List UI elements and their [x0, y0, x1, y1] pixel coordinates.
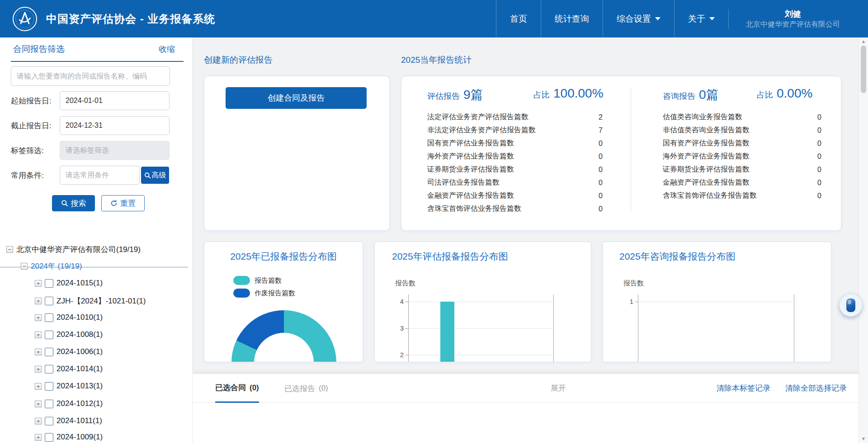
contract-checkbox[interactable] [45, 279, 53, 288]
tree-node-contract[interactable]: + 2024-1006(1) [35, 347, 103, 356]
contract-checkbox[interactable] [45, 331, 53, 339]
contract-checkbox[interactable] [45, 382, 53, 391]
cas-logo-icon [12, 6, 38, 32]
tree-node-contract[interactable]: + 2024-1015(1) [35, 279, 103, 288]
tab-selected-contracts[interactable]: 已选合同(0) [215, 374, 259, 403]
scroll-up-icon[interactable]: ▲ [859, 39, 868, 44]
contract-checkbox[interactable] [45, 297, 53, 305]
chevron-down-icon [655, 17, 660, 20]
end-date-input[interactable] [60, 116, 170, 135]
gridline [409, 328, 553, 329]
nav-item-home[interactable]: 首页 [496, 0, 541, 37]
main-content: 创建新的评估报告 2025当年报告统计 创建合同及报告 评估报告 9篇 占比 1… [193, 37, 859, 443]
collapse-link[interactable]: 收缩 [159, 44, 175, 55]
consulting-report-header: 咨询报告 0篇 [663, 86, 719, 103]
filter-title: 合同报告筛选 [13, 43, 65, 55]
tree-node-contract[interactable]: + 2024-1010(1) [35, 313, 103, 322]
tab-selected-reports[interactable]: 已选报告(0) [284, 374, 328, 403]
tree-node-company[interactable]: − 北京中健华资产评估有限公司(19/19) [6, 244, 141, 255]
appraisal-ratio: 占比 100.00% [533, 86, 604, 101]
tick-label: 3 [394, 324, 404, 333]
tick-mark [405, 302, 408, 302]
tag-filter-input [60, 141, 170, 160]
legend-swatch-blue [233, 289, 250, 298]
tree-node-contract[interactable]: + 2024-1014(1) [35, 364, 103, 373]
expand-node-icon[interactable]: + [35, 314, 42, 321]
main-nav: 首页 统计查询 综合设置 关于 [496, 0, 728, 37]
gridline [409, 302, 553, 302]
contract-checkbox[interactable] [45, 433, 53, 442]
scrollbar-thumb[interactable] [861, 46, 866, 93]
common-condition-label: 常用条件: [11, 170, 44, 181]
filter-sidebar: 合同报告筛选 收缩 起始报告日: 截止报告日: 标签筛选: 常用条件: 高级 搜… [0, 37, 193, 443]
user-name: 刘健 [785, 9, 801, 19]
expand-node-icon[interactable]: + [35, 418, 42, 424]
tree-node-contract[interactable]: + 2024-1013(1) [35, 382, 103, 391]
title-underline [11, 61, 184, 62]
stat-row: 含珠宝首饰评估业务报告篇数0 [663, 189, 821, 202]
expand-node-icon[interactable]: + [35, 298, 42, 304]
stat-row: 海外资产评估业务报告篇数0 [663, 150, 821, 163]
appraisal-distribution-chart-card: 2025年评估报备报告分布图 报告数 4 3 2 [374, 242, 591, 362]
chart-title: 2025年咨询报备报告分布图 [619, 250, 736, 263]
expand-node-icon[interactable]: + [35, 401, 42, 407]
chart-title: 2025年已报备报告分布图 [204, 250, 363, 263]
float-widget-icon [846, 298, 855, 312]
search-button[interactable]: 搜索 [52, 195, 95, 211]
tree-node-contract[interactable]: + 2024-1011(1) [35, 416, 102, 425]
common-condition-input[interactable] [60, 166, 140, 185]
stat-row: 证券期货业务评估报告篇数0 [663, 163, 821, 176]
donut-hole [254, 333, 314, 362]
search-icon [144, 172, 151, 179]
selection-tabs: 已选合同(0) 已选报告(0) 展开 清除本标签记录 清除全部选择记录 [193, 374, 859, 403]
tree-node-contract[interactable]: + 2024-1008(1) [35, 330, 103, 339]
keyword-search-input[interactable] [11, 66, 170, 86]
contract-checkbox[interactable] [45, 365, 53, 373]
expand-link[interactable]: 展开 [551, 383, 566, 393]
collapse-node-icon[interactable]: − [21, 263, 28, 270]
tree-node-year[interactable]: − 2024年 (19/19) [21, 261, 82, 271]
tree-node-contract[interactable]: + 2024-1009(1) [35, 433, 103, 442]
tick-label: 4 [394, 297, 404, 306]
legend-item-void-reports[interactable]: 作废报告篇数 [233, 289, 295, 298]
create-section-title: 创建新的评估报告 [204, 54, 273, 66]
app-title: 中国资产评估协会 - 业务报备系统 [46, 12, 215, 26]
clear-tab-link[interactable]: 清除本标签记录 [717, 383, 770, 393]
nav-item-statistics[interactable]: 统计查询 [541, 0, 603, 37]
stat-row: 海外资产评估业务报告篇数0 [427, 150, 603, 163]
tick-mark [405, 355, 408, 355]
chart-title: 2025年评估报备报告分布图 [392, 250, 508, 263]
start-date-input[interactable] [60, 91, 170, 110]
tick-label: 1 [623, 297, 633, 306]
contract-checkbox[interactable] [45, 313, 53, 322]
expand-node-icon[interactable]: + [35, 383, 42, 390]
expand-node-icon[interactable]: + [35, 349, 42, 355]
create-contract-report-button[interactable]: 创建合同及报告 [226, 87, 367, 109]
nav-item-settings[interactable]: 综合设置 [603, 0, 674, 37]
expand-node-icon[interactable]: + [35, 434, 42, 441]
expand-node-icon[interactable]: + [35, 280, 42, 287]
tick-mark [635, 302, 638, 302]
user-menu[interactable]: 刘健 北京中健华资产评估有限公司 [728, 9, 857, 29]
start-date-label: 起始报告日: [11, 96, 52, 106]
advanced-button[interactable]: 高级 [141, 167, 169, 184]
legend-item-reports[interactable]: 报告篇数 [233, 276, 282, 285]
vertical-scrollbar[interactable]: ▲ ▼ [859, 37, 868, 443]
expand-node-icon[interactable]: + [35, 331, 42, 338]
create-report-card: 创建合同及报告 [204, 76, 390, 231]
refresh-icon [110, 200, 118, 207]
contract-checkbox[interactable] [45, 400, 53, 408]
collapse-node-icon[interactable]: − [6, 246, 13, 253]
float-widget-button[interactable] [840, 294, 862, 317]
tree-node-contract[interactable]: + ZJH-【2024】-1021-01(1) [35, 296, 146, 306]
scroll-down-icon[interactable]: ▼ [859, 436, 868, 441]
clear-all-link[interactable]: 清除全部选择记录 [785, 383, 847, 393]
nav-item-about[interactable]: 关于 [674, 0, 728, 37]
contract-checkbox[interactable] [45, 348, 53, 356]
stats-section-title: 2025当年报告统计 [401, 54, 472, 66]
contract-checkbox[interactable] [45, 417, 53, 425]
reset-button[interactable]: 重置 [101, 195, 145, 211]
tree-node-contract[interactable]: + 2024-1012(1) [35, 399, 103, 408]
stat-row: 估值类咨询业务报告篇数0 [663, 111, 821, 124]
expand-node-icon[interactable]: + [35, 366, 42, 373]
